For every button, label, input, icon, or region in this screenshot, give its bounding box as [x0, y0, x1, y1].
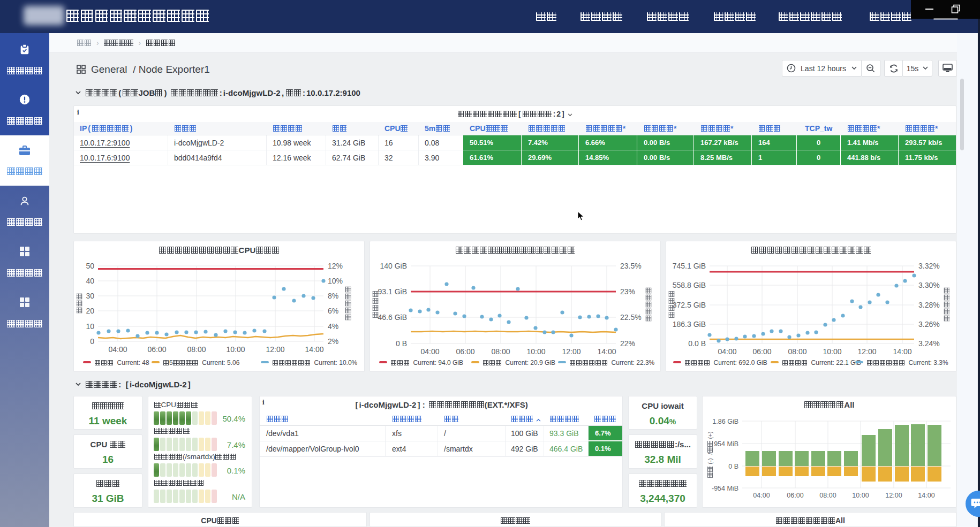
svg-text:22.5%: 22.5% — [620, 313, 642, 322]
svg-text:3.28%: 3.28% — [918, 301, 940, 309]
svg-text:14:00: 14:00 — [893, 347, 911, 356]
svg-text:06:00: 06:00 — [456, 347, 474, 356]
svg-text:93.1 GiB: 93.1 GiB — [378, 287, 407, 296]
svg-text:12:00: 12:00 — [857, 347, 876, 356]
svg-text:8%: 8% — [328, 292, 338, 300]
svg-text:558.8 GiB: 558.8 GiB — [673, 281, 706, 289]
svg-text:6%: 6% — [328, 307, 338, 315]
svg-text:04:00: 04:00 — [108, 345, 127, 354]
svg-text:20: 20 — [86, 307, 94, 315]
svg-text:10:00: 10:00 — [823, 347, 841, 356]
svg-text:46.6 GiB: 46.6 GiB — [378, 313, 407, 322]
svg-text:08:00: 08:00 — [819, 492, 836, 499]
svg-text:372.5 GiB: 372.5 GiB — [673, 301, 706, 309]
svg-text:0 B: 0 B — [728, 463, 738, 470]
svg-text:10: 10 — [86, 322, 94, 331]
svg-text:10:00: 10:00 — [526, 347, 545, 356]
svg-text:40: 40 — [86, 277, 94, 285]
svg-text:30: 30 — [86, 292, 94, 300]
svg-text:08:00: 08:00 — [187, 345, 206, 354]
svg-text:50: 50 — [86, 262, 94, 270]
svg-text:04:00: 04:00 — [753, 492, 770, 499]
svg-text:3.26%: 3.26% — [918, 320, 940, 329]
svg-text:10:00: 10:00 — [852, 492, 869, 499]
svg-text:23%: 23% — [620, 287, 635, 296]
svg-text:08:00: 08:00 — [491, 347, 510, 356]
svg-text:22%: 22% — [620, 339, 635, 348]
svg-text:745.1 GiB: 745.1 GiB — [673, 262, 706, 270]
svg-text:14:00: 14:00 — [918, 492, 934, 499]
svg-text:04:00: 04:00 — [718, 347, 736, 356]
svg-text:2%: 2% — [328, 337, 338, 346]
svg-text:3.24%: 3.24% — [918, 339, 940, 348]
svg-text:4%: 4% — [328, 322, 338, 331]
svg-text:3.32%: 3.32% — [918, 262, 940, 270]
svg-text:14:00: 14:00 — [597, 347, 616, 356]
svg-text:0.0 B: 0.0 B — [688, 339, 706, 348]
svg-text:0 B: 0 B — [396, 339, 407, 348]
svg-text:08:00: 08:00 — [788, 347, 806, 356]
svg-text:12:00: 12:00 — [266, 345, 284, 354]
svg-text:04:00: 04:00 — [420, 347, 439, 356]
svg-text:12%: 12% — [328, 262, 343, 270]
svg-text:954 MiB: 954 MiB — [714, 440, 738, 448]
svg-text:0: 0 — [90, 337, 94, 346]
svg-text:06:00: 06:00 — [787, 492, 803, 499]
svg-text:1.86 GiB: 1.86 GiB — [712, 418, 738, 425]
svg-text:06:00: 06:00 — [752, 347, 771, 356]
svg-text:186.3 GiB: 186.3 GiB — [673, 320, 706, 329]
svg-text:140 GiB: 140 GiB — [380, 262, 407, 270]
svg-text:12:00: 12:00 — [562, 347, 581, 356]
svg-text:14:00: 14:00 — [305, 345, 323, 354]
svg-text:10:00: 10:00 — [226, 345, 245, 354]
svg-text:23.5%: 23.5% — [620, 262, 642, 270]
svg-text:12:00: 12:00 — [885, 492, 902, 499]
svg-text:10%: 10% — [328, 277, 343, 285]
svg-text:3.30%: 3.30% — [918, 281, 940, 289]
svg-text:06:00: 06:00 — [147, 345, 166, 354]
svg-text:-954 MiB: -954 MiB — [712, 485, 738, 492]
